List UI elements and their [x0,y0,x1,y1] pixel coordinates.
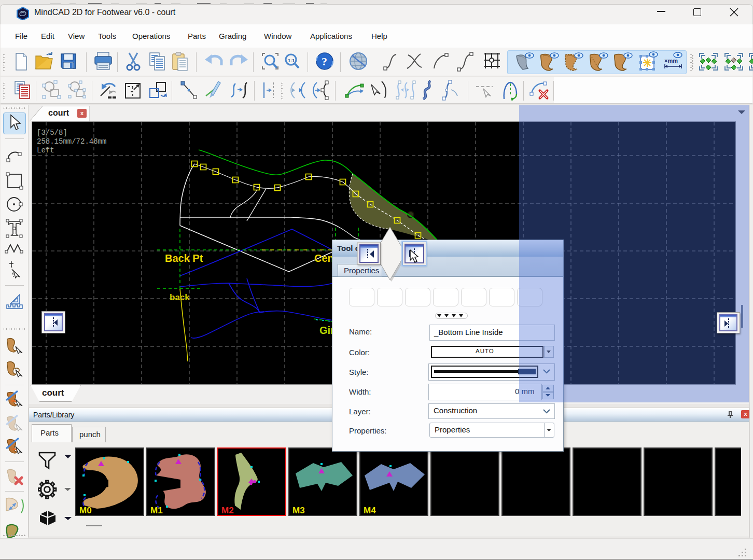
svg-text:[3/5/8]: [3/5/8] [37,129,67,137]
svg-text:258.15mm/72.48mm: 258.15mm/72.48mm [37,137,106,146]
svg-text:Back Pt: Back Pt [165,253,203,264]
svg-text:M1: M1 [150,506,163,515]
svg-text:M3: M3 [292,506,305,515]
svg-text:M4: M4 [364,506,376,515]
svg-text:1:1: 1:1 [288,58,295,63]
svg-text:Left: Left [37,146,54,155]
svg-text:back: back [170,292,190,302]
svg-text:×mm: ×mm [664,58,678,64]
svg-text:M0: M0 [79,506,92,515]
svg-text:M2: M2 [221,506,234,515]
svg-text:?: ? [322,55,327,68]
